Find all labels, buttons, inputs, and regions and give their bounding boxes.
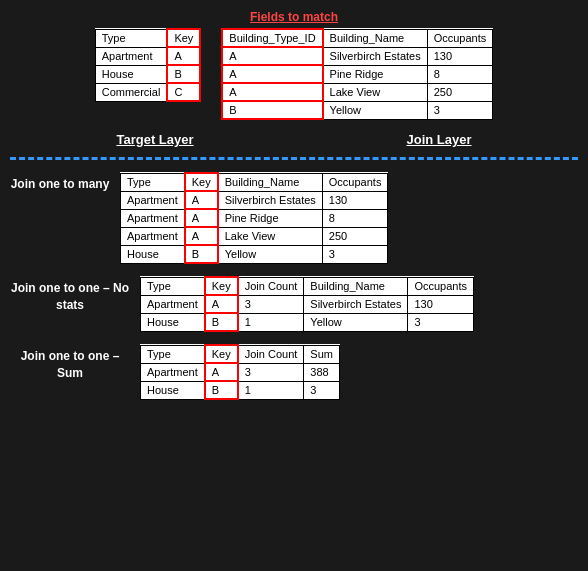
right-table-cell: 3 xyxy=(427,101,493,119)
right-table-cell: 130 xyxy=(427,47,493,65)
join-table-0: TypeKeyBuilding_NameOccupantsApartmentAS… xyxy=(120,172,388,264)
join-table-cell: Lake View xyxy=(218,227,323,245)
tables-row: Type Key ApartmentAHouseBCommercialC Bui… xyxy=(95,28,494,120)
target-layer-label: Target Layer xyxy=(116,132,193,147)
join-table-cell: House xyxy=(141,313,205,331)
join-table-cell: 3 xyxy=(408,313,474,331)
right-table-cell: A xyxy=(222,83,322,101)
join-table-cell: B xyxy=(205,313,238,331)
join-table-cell: Apartment xyxy=(121,227,185,245)
join-table-cell: 3 xyxy=(238,363,304,381)
join-table-cell: 250 xyxy=(322,227,388,245)
join-table-cell: 3 xyxy=(322,245,388,263)
join-table-cell: A xyxy=(185,191,218,209)
join-table-cell: 3 xyxy=(238,295,304,313)
join-table-2: TypeKeyJoin CountSumApartmentA3388HouseB… xyxy=(140,344,340,400)
join-table-wrap-2: TypeKeyJoin CountSumApartmentA3388HouseB… xyxy=(140,344,578,400)
join-table-header: Building_Name xyxy=(304,277,408,295)
right-table-cell: B xyxy=(222,101,322,119)
join-table-cell: 3 xyxy=(304,381,340,399)
join-table-cell: House xyxy=(121,245,185,263)
join-table-cell: Yellow xyxy=(304,313,408,331)
join-block-0: Join one to manyTypeKeyBuilding_NameOccu… xyxy=(10,172,578,264)
join-table-cell: 130 xyxy=(408,295,474,313)
join-layer-label: Join Layer xyxy=(406,132,471,147)
right-table-cell: 8 xyxy=(427,65,493,83)
left-table-cell: B xyxy=(167,65,200,83)
left-col-key-header: Key xyxy=(167,29,200,47)
join-table-cell: A xyxy=(205,295,238,313)
join-table-header: Occupants xyxy=(322,173,388,191)
left-table: Type Key ApartmentAHouseBCommercialC xyxy=(95,28,202,102)
join-table-1: TypeKeyJoin CountBuilding_NameOccupantsA… xyxy=(140,276,474,332)
right-col-bname-header: Building_Name xyxy=(323,29,428,47)
dashed-divider xyxy=(10,157,578,160)
left-table-cell: A xyxy=(167,47,200,65)
bottom-section: Join one to manyTypeKeyBuilding_NameOccu… xyxy=(0,166,588,418)
layer-labels-row: Target Layer Join Layer xyxy=(10,128,578,151)
join-table-wrap-1: TypeKeyJoin CountBuilding_NameOccupantsA… xyxy=(140,276,578,332)
join-table-cell: 130 xyxy=(322,191,388,209)
join-table-cell: Apartment xyxy=(121,209,185,227)
join-table-header: Sum xyxy=(304,345,340,363)
left-col-type-header: Type xyxy=(95,29,167,47)
right-col-occ-header: Occupants xyxy=(427,29,493,47)
right-table-cell: A xyxy=(222,47,322,65)
left-table-cell: Apartment xyxy=(95,47,167,65)
right-table-cell: Silverbirch Estates xyxy=(323,47,428,65)
join-table-cell: Pine Ridge xyxy=(218,209,323,227)
top-section: Fields to match Type Key ApartmentAHouse… xyxy=(0,0,588,166)
join-table-cell: 388 xyxy=(304,363,340,381)
join-table-cell: A xyxy=(205,363,238,381)
join-table-cell: Silverbirch Estates xyxy=(304,295,408,313)
join-table-cell: House xyxy=(141,381,205,399)
join-table-cell: Silverbirch Estates xyxy=(218,191,323,209)
join-table-header: Join Count xyxy=(238,345,304,363)
right-table-cell: Pine Ridge xyxy=(323,65,428,83)
join-table-header: Key xyxy=(205,277,238,295)
join-block-1: Join one to one – No statsTypeKeyJoin Co… xyxy=(10,276,578,332)
join-table-header: Type xyxy=(121,173,185,191)
join-block-2: Join one to one – SumTypeKeyJoin CountSu… xyxy=(10,344,578,400)
arrow-label: Fields to match xyxy=(250,10,338,24)
join-table-cell: Yellow xyxy=(218,245,323,263)
join-table-cell: 1 xyxy=(238,313,304,331)
left-table-cell: Commercial xyxy=(95,83,167,101)
right-table: Building_Type_ID Building_Name Occupants… xyxy=(221,28,493,120)
join-label-2: Join one to one – Sum xyxy=(10,344,130,382)
right-table-cell: A xyxy=(222,65,322,83)
join-table-wrap-0: TypeKeyBuilding_NameOccupantsApartmentAS… xyxy=(120,172,578,264)
join-table-header: Key xyxy=(185,173,218,191)
join-table-cell: B xyxy=(205,381,238,399)
right-col-btid-header: Building_Type_ID xyxy=(222,29,322,47)
join-label-1: Join one to one – No stats xyxy=(10,276,130,314)
join-table-cell: Apartment xyxy=(121,191,185,209)
join-table-header: Key xyxy=(205,345,238,363)
join-table-header: Type xyxy=(141,345,205,363)
right-table-cell: 250 xyxy=(427,83,493,101)
join-label-0: Join one to many xyxy=(10,172,110,193)
join-table-cell: A xyxy=(185,227,218,245)
join-table-header: Building_Name xyxy=(218,173,323,191)
right-table-cell: Lake View xyxy=(323,83,428,101)
join-table-cell: Apartment xyxy=(141,363,205,381)
join-table-cell: B xyxy=(185,245,218,263)
join-table-cell: 8 xyxy=(322,209,388,227)
join-table-header: Join Count xyxy=(238,277,304,295)
left-table-cell: House xyxy=(95,65,167,83)
join-table-cell: Apartment xyxy=(141,295,205,313)
join-table-header: Type xyxy=(141,277,205,295)
join-table-header: Occupants xyxy=(408,277,474,295)
join-table-cell: 1 xyxy=(238,381,304,399)
left-table-cell: C xyxy=(167,83,200,101)
right-table-cell: Yellow xyxy=(323,101,428,119)
join-table-cell: A xyxy=(185,209,218,227)
